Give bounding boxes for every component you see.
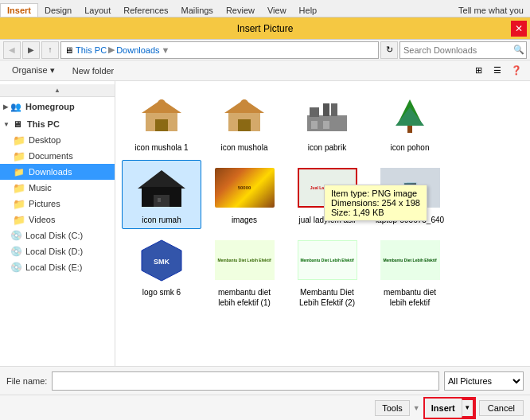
file-grid: icon mushola 1 icon mushola — [115, 81, 530, 366]
sidebar-scroll-up[interactable]: ▲ — [0, 84, 115, 97]
file-thumb-mushola1 — [130, 91, 193, 139]
up-button[interactable]: ↑ — [41, 41, 59, 59]
tab-review[interactable]: Review — [220, 4, 261, 17]
file-item-rumah[interactable]: icon rumah — [122, 160, 201, 229]
sidebar-item-videos[interactable]: 📁 Videos — [0, 212, 115, 228]
smk-svg: SMK — [140, 239, 184, 282]
search-box[interactable]: 🔍 — [399, 41, 527, 59]
sidebar-item-pictures[interactable]: 📁 Pictures — [0, 196, 115, 212]
tab-tell-me[interactable]: Tell me what you — [452, 4, 530, 17]
new-folder-button[interactable]: New folder — [65, 64, 122, 78]
address-downloads[interactable]: Downloads — [116, 45, 159, 55]
tab-insert[interactable]: Insert — [0, 3, 38, 17]
sidebar-downloads-label: Downloads — [29, 167, 72, 177]
mushola-svg — [220, 95, 268, 135]
file-thumb-mushola — [212, 91, 276, 139]
action-bar: Tools ▼ Insert ▼ Cancel — [0, 395, 530, 420]
insert-button-group: Insert ▼ — [423, 397, 476, 419]
sidebar-item-local-d[interactable]: 💿 Local Disk (D:) — [0, 243, 115, 259]
file-thumb-pabrik — [295, 91, 359, 139]
documents-folder-icon: 📁 — [13, 150, 25, 162]
drive-e-icon: 💿 — [10, 261, 22, 274]
search-icon: 🔍 — [513, 45, 524, 55]
file-thumb-rumah — [130, 164, 193, 212]
file-name-images: images — [232, 215, 257, 225]
sidebar-item-local-e[interactable]: 💿 Local Disk (E:) — [0, 259, 115, 275]
back-button[interactable]: ◀ — [3, 41, 21, 59]
svg-point-2 — [158, 99, 166, 107]
sidebar-item-local-c[interactable]: 💿 Local Disk (C:) — [0, 228, 115, 243]
address-bar[interactable]: 🖥 This PC ▶ Downloads ▼ — [60, 41, 379, 59]
sidebar-documents-label: Documents — [29, 151, 73, 161]
tools-arrow-icon: ▼ — [413, 404, 420, 412]
file-item-diet2[interactable]: Membantu Diet Lebih Efektif Membantu Die… — [287, 232, 367, 312]
tab-view[interactable]: View — [261, 4, 293, 17]
filename-input[interactable] — [52, 371, 439, 391]
tab-layout[interactable]: Layout — [78, 4, 117, 17]
file-item-diet3[interactable]: Membantu Diet Lebih Efektif membantu die… — [370, 232, 450, 312]
tab-references[interactable]: References — [117, 4, 174, 17]
expand-icon: ▶ — [3, 103, 8, 111]
sidebar-local-c-label: Local Disk (C:) — [25, 231, 83, 240]
file-item-pabrik[interactable]: icon pabrik — [287, 88, 367, 157]
sidebar-local-e-label: Local Disk (E:) — [25, 262, 83, 272]
file-item-mushola1[interactable]: icon mushola 1 — [122, 88, 201, 157]
filetype-select[interactable]: All Pictures — [444, 371, 524, 391]
svg-point-6 — [240, 99, 248, 107]
sidebar-homegroup[interactable]: ▶ 👥 Homegroup — [0, 97, 115, 115]
sidebar-item-music[interactable]: 📁 Music — [0, 180, 115, 196]
file-item-logo-smk[interactable]: SMK logo smk 6 — [122, 232, 201, 312]
expand-pc-icon: ▼ — [3, 121, 10, 128]
svg-rect-13 — [323, 121, 329, 129]
diet3-thumb: Membantu Diet Lebih Efektif — [380, 240, 440, 280]
cancel-button[interactable]: Cancel — [479, 400, 524, 416]
tools-button[interactable]: Tools — [375, 400, 410, 416]
tab-mailings[interactable]: Mailings — [175, 4, 220, 17]
insert-dropdown-button[interactable]: ▼ — [462, 399, 474, 418]
house-svg — [134, 166, 189, 210]
sidebar-item-desktop[interactable]: 📁 Desktop — [0, 132, 115, 148]
svg-rect-10 — [331, 103, 337, 116]
organise-button[interactable]: Organise ▾ — [5, 63, 62, 78]
svg-text:SMK: SMK — [154, 258, 170, 266]
dialog-title-bar: Insert Picture ✕ — [0, 18, 530, 40]
file-item-diet1[interactable]: Membantu Diet Lebih Efektif membantu die… — [205, 232, 284, 312]
address-this-pc[interactable]: This PC — [76, 45, 107, 55]
sidebar-videos-label: Videos — [29, 215, 55, 224]
view-list-button[interactable]: ☰ — [489, 62, 506, 80]
file-item-mushola[interactable]: icon mushola — [205, 88, 284, 157]
homegroup-icon: 👥 — [10, 100, 22, 113]
svg-rect-20 — [158, 198, 161, 202]
tab-help[interactable]: Help — [293, 4, 324, 17]
file-name-diet2: Membantu Diet Lebih Efektif (2) — [291, 287, 363, 308]
view-help-button[interactable]: ❓ — [508, 62, 525, 80]
address-separator: ▶ — [108, 45, 115, 55]
insert-button[interactable]: Insert — [425, 399, 462, 418]
file-thumb-logo-smk: SMK — [130, 236, 193, 284]
file-name-pohon: icon pohon — [391, 142, 430, 153]
sidebar-this-pc[interactable]: ▼ 🖥 This PC — [0, 115, 115, 132]
file-tooltip: Item type: PNG image Dimensions: 254 x 1… — [324, 185, 427, 221]
sidebar-item-downloads[interactable]: 📁 Downloads — [0, 164, 115, 180]
pictures-folder-icon: 📁 — [13, 197, 25, 210]
svg-rect-11 — [323, 103, 329, 116]
downloads-folder-icon: 📁 — [13, 165, 25, 178]
file-name-diet1: membantu diet lebih efektif (1) — [208, 287, 280, 308]
svg-rect-19 — [154, 195, 170, 207]
sidebar-music-label: Music — [29, 183, 52, 192]
view-grid-button[interactable]: ⊞ — [470, 62, 487, 80]
homegroup-label: Homegroup — [25, 102, 75, 111]
pabrik-svg — [303, 95, 351, 135]
file-item-images[interactable]: 50000 images — [205, 160, 284, 229]
close-button[interactable]: ✕ — [511, 21, 527, 37]
file-item-pohon[interactable]: icon pohon — [370, 88, 450, 157]
search-input[interactable] — [403, 45, 513, 55]
svg-rect-9 — [310, 107, 319, 117]
music-folder-icon: 📁 — [13, 181, 25, 194]
refresh-button[interactable]: ↻ — [380, 41, 398, 59]
sidebar-desktop-label: Desktop — [29, 135, 60, 145]
tab-design[interactable]: Design — [38, 4, 78, 17]
sidebar-item-documents[interactable]: 📁 Documents — [0, 148, 115, 164]
forward-button[interactable]: ▶ — [22, 41, 40, 59]
tooltip-size: Size: 1,49 KB — [331, 208, 420, 217]
